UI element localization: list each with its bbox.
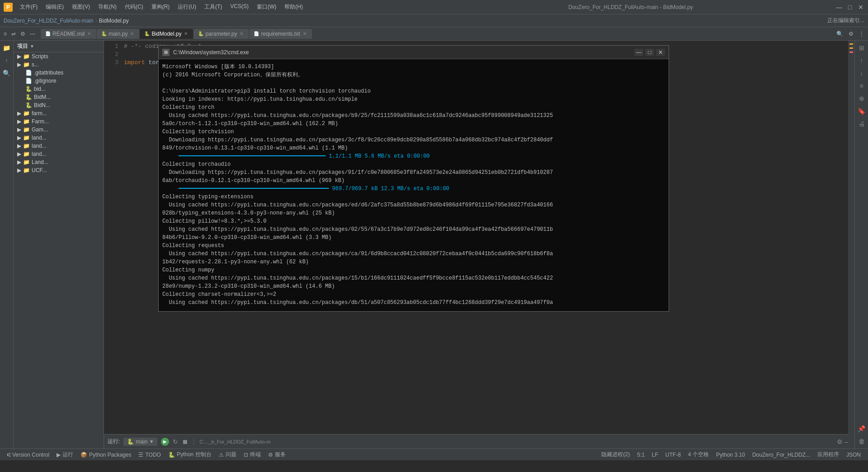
- folder-icon: ▶: [17, 53, 21, 60]
- cmd-title-bar[interactable]: ⊞ C:\Windows\system32\cmd.exe — □ ✕: [159, 46, 669, 59]
- breadcrumb-part1[interactable]: DouZero_For_HLDDZ_FullAuto-main: [4, 18, 94, 24]
- status-python-packages[interactable]: 📦 Python Packages: [77, 449, 135, 460]
- tab-requirements-close[interactable]: ✕: [302, 31, 307, 36]
- status-run[interactable]: ▶ 运行: [53, 449, 77, 460]
- status-project-name[interactable]: DouZero_For_HLDDZ...: [749, 452, 814, 458]
- search-icon[interactable]: 🔍: [835, 30, 845, 38]
- file-tree-scripts[interactable]: ▶ 📁 Scripts: [14, 52, 104, 61]
- structure-icon[interactable]: ≡: [2, 30, 9, 38]
- status-services[interactable]: ⚙ 服务: [264, 449, 289, 460]
- vcs-label: 应用程序: [817, 451, 839, 458]
- file-tree-Farm[interactable]: ▶ 📁 Farm...: [14, 117, 104, 126]
- right-trash-icon[interactable]: 🗑: [856, 436, 867, 447]
- status-format[interactable]: JSON: [843, 452, 864, 458]
- file-tree-bid[interactable]: 🐍 bid...: [14, 85, 104, 93]
- cmd-minimize-button[interactable]: —: [634, 49, 643, 56]
- menu-help[interactable]: 帮助(H): [281, 2, 307, 12]
- file-tree-land2[interactable]: ▶ 📁 land...: [14, 142, 104, 150]
- menu-window[interactable]: 窗口(W): [253, 2, 280, 12]
- status-python-console[interactable]: 🐍 Python 控制台: [165, 449, 215, 460]
- right-icon-3[interactable]: ↓: [856, 68, 867, 79]
- close-button[interactable]: ✕: [857, 4, 864, 11]
- commit-icon[interactable]: ↑: [1, 55, 12, 66]
- run-refresh-icon[interactable]: ↻: [173, 438, 178, 445]
- settings2-icon[interactable]: ⚙: [847, 30, 855, 38]
- menu-vcs[interactable]: VCS(S): [226, 2, 252, 12]
- project-name-label: DouZero_For_HLDDZ...: [752, 452, 810, 458]
- status-indent[interactable]: 4 个空格: [684, 451, 712, 458]
- menu-view[interactable]: 视图(V): [68, 2, 94, 12]
- right-icon-5[interactable]: ⊕: [856, 93, 867, 104]
- file-tree-gitattributes[interactable]: 📄 .gitattributes: [14, 69, 104, 77]
- menu-navigate[interactable]: 导航(N): [94, 2, 120, 12]
- settings-icon[interactable]: ⚙: [19, 30, 27, 38]
- status-terminal[interactable]: ⊡ 终端: [240, 449, 264, 460]
- right-icon-7[interactable]: 🖨: [856, 118, 867, 129]
- run-stop-icon[interactable]: ⏹: [182, 438, 188, 445]
- status-hidden-processes[interactable]: 隐藏进程(2): [598, 451, 633, 458]
- file-tree-farm[interactable]: ▶ 📁 farm...: [14, 109, 104, 117]
- cmd-line-looking: Looking in indexes: https://pypi.tuna.ts…: [162, 95, 665, 103]
- status-encoding[interactable]: UTF-8: [662, 452, 684, 458]
- tab-readme-close[interactable]: ✕: [86, 31, 92, 36]
- menu-code[interactable]: 代码(C): [121, 2, 147, 12]
- minimize-editor-icon[interactable]: —: [28, 30, 37, 38]
- right-icon-1[interactable]: ⊞: [856, 42, 867, 53]
- tab-main[interactable]: 🐍 main.py ✕: [97, 29, 139, 39]
- cmd-line-pip: C:\Users\Administrator>pip3 install torc…: [162, 87, 665, 95]
- land2-label: land...: [32, 143, 47, 149]
- run-play-button[interactable]: ▶: [161, 438, 169, 446]
- cmd-close-button[interactable]: ✕: [656, 49, 665, 56]
- minimize-button[interactable]: —: [835, 4, 843, 11]
- status-todo[interactable]: ☰ TODO: [135, 449, 164, 460]
- file-tree-gam[interactable]: ▶ 📁 Gam...: [14, 126, 104, 134]
- tab-bidmodel-close[interactable]: ✕: [183, 31, 189, 36]
- file-panel-dropdown[interactable]: ▼: [30, 44, 34, 49]
- menu-tools[interactable]: 工具(T): [201, 2, 226, 12]
- file-tree-s[interactable]: ▶ 📁 s...: [14, 61, 104, 69]
- tab-requirements[interactable]: 📄 requirements.txt ✕: [249, 29, 311, 39]
- right-icon-2[interactable]: ↑: [856, 55, 867, 66]
- cmd-maximize-button[interactable]: □: [645, 49, 654, 56]
- menu-icon[interactable]: ⋮: [857, 30, 866, 38]
- breadcrumb-part2[interactable]: BidModel.py: [99, 18, 129, 24]
- file-tree-gitignore[interactable]: 📄 .gitignore: [14, 77, 104, 85]
- file-tree-ucf[interactable]: ▶ 📁 UCF...: [14, 166, 104, 174]
- status-python-version[interactable]: Python 3.10: [712, 452, 749, 458]
- tab-readme[interactable]: 📄 README.md ✕: [41, 29, 96, 39]
- status-vcs[interactable]: 应用程序: [814, 451, 843, 458]
- file-tree-Land[interactable]: ▶ 📁 Land...: [14, 158, 104, 166]
- tab-parameter-close[interactable]: ✕: [239, 31, 244, 36]
- status-issues[interactable]: ⚠ 问题: [215, 449, 240, 460]
- gitignore-label: .gitignore: [34, 78, 56, 84]
- tab-parameter[interactable]: 🐍 parameter.py ✕: [193, 29, 249, 39]
- file-tree-land3[interactable]: ▶ 📁 land...: [14, 150, 104, 158]
- run-settings-icon[interactable]: ⚙: [837, 438, 843, 445]
- todo-label: TODO: [145, 452, 160, 458]
- indent-label: 4 个空格: [688, 451, 709, 458]
- Farm-label: Farm...: [32, 118, 49, 125]
- search2-icon[interactable]: 🔍: [1, 68, 12, 79]
- right-icon-4[interactable]: ≡: [856, 80, 867, 91]
- run-config[interactable]: 🐍 main ▼: [123, 438, 157, 446]
- right-pin-icon[interactable]: 📌: [856, 423, 867, 434]
- cmd-content[interactable]: Microsoft Windows [版本 10.0.14393] (c) 20…: [159, 59, 669, 311]
- file-tree-land[interactable]: ▶ 📁 land...: [14, 134, 104, 142]
- tab-bidmodel[interactable]: 🐍 BidModel.py ✕: [140, 29, 193, 39]
- menu-edit[interactable]: 编辑(E): [42, 2, 67, 12]
- status-position[interactable]: 5:1: [633, 452, 648, 458]
- status-version-control[interactable]: ⑆ Version Control: [4, 449, 53, 460]
- menu-file[interactable]: 文件(F): [16, 2, 41, 12]
- app-logo: P: [4, 3, 13, 12]
- align-icon[interactable]: ⇌: [9, 30, 18, 38]
- maximize-button[interactable]: □: [846, 4, 854, 11]
- project-icon[interactable]: 📁: [1, 42, 12, 53]
- menu-run[interactable]: 运行(U): [174, 2, 200, 12]
- run-config-dropdown[interactable]: ▼: [149, 439, 154, 444]
- status-line-ending[interactable]: LF: [648, 452, 662, 458]
- right-icon-6[interactable]: 🔖: [856, 106, 867, 117]
- file-tree-bidn[interactable]: 🐍 BidN...: [14, 101, 104, 109]
- tab-main-close[interactable]: ✕: [129, 31, 135, 36]
- file-tree-bidmodel[interactable]: 🐍 BidM...: [14, 93, 104, 101]
- menu-refactor[interactable]: 重构(R): [148, 2, 174, 12]
